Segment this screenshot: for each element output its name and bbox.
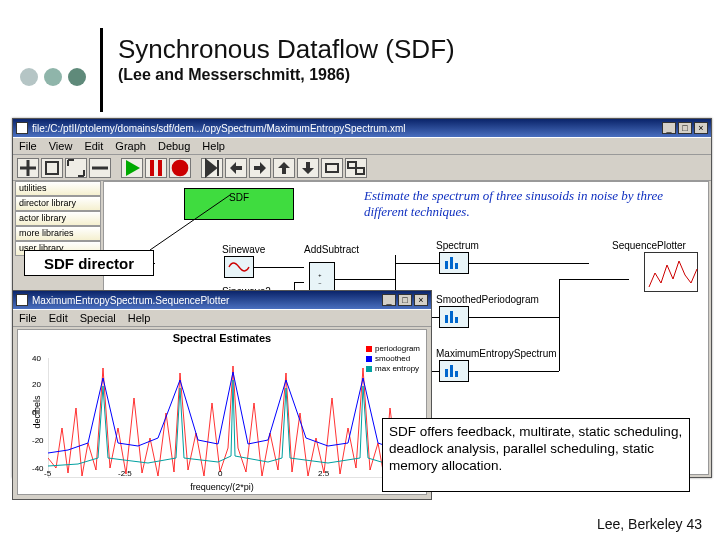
menu-view[interactable]: View (49, 140, 73, 152)
lib-item-actor[interactable]: actor library (15, 211, 101, 226)
svg-rect-9 (455, 263, 458, 269)
nav3-button[interactable] (273, 158, 295, 178)
stop-button[interactable] (169, 158, 191, 178)
callout-director-arrow (150, 190, 250, 260)
page-subtitle: (Lee and Messerschmitt, 1986) (118, 66, 350, 84)
toolbar (13, 155, 711, 181)
svg-rect-12 (455, 317, 458, 323)
nav2-button[interactable] (249, 158, 271, 178)
plot-svg (48, 358, 418, 478)
menu-help[interactable]: Help (202, 140, 225, 152)
menu-edit[interactable]: Edit (84, 140, 103, 152)
label-smoothed: SmoothedPeriodogram (436, 294, 539, 305)
nav5-button[interactable] (321, 158, 343, 178)
callout-director-text: SDF director (44, 255, 134, 272)
svg-rect-8 (450, 257, 453, 269)
nav6-button[interactable] (345, 158, 367, 178)
svg-rect-10 (445, 315, 448, 323)
plot-menu-help[interactable]: Help (128, 312, 151, 324)
svg-rect-4 (356, 168, 364, 174)
plot-menu-file[interactable]: File (19, 312, 37, 324)
plot-titlebar[interactable]: MaximumEntropySpectrum.SequencePlotter _… (13, 291, 431, 309)
menu-debug[interactable]: Debug (158, 140, 190, 152)
plot-title: Spectral Estimates (18, 332, 426, 344)
dot-1 (20, 68, 38, 86)
lib-item-utilities[interactable]: utilities (15, 181, 101, 196)
plotter-window: MaximumEntropySpectrum.SequencePlotter _… (12, 290, 432, 500)
pause-button[interactable] (145, 158, 167, 178)
callout-features-text: SDF offers feedback, multirate, static s… (389, 424, 682, 473)
label-spectrum: Spectrum (436, 240, 479, 251)
title-divider (100, 28, 103, 112)
maximize-button[interactable]: □ (678, 122, 692, 134)
slide-bullets (20, 68, 86, 86)
menu-graph[interactable]: Graph (115, 140, 146, 152)
window-titlebar[interactable]: file:/C:/ptII/ptolemy/domains/sdf/dem...… (13, 119, 711, 137)
svg-rect-11 (450, 311, 453, 323)
svg-rect-3 (348, 162, 356, 168)
block-smoothed[interactable] (439, 306, 469, 328)
block-spectrum[interactable] (439, 252, 469, 274)
nav1-button[interactable] (225, 158, 247, 178)
lib-item-more[interactable]: more libraries (15, 226, 101, 241)
block-sequence-plotter[interactable] (644, 252, 698, 292)
lib-item-director[interactable]: director library (15, 196, 101, 211)
svg-text:−: − (318, 280, 321, 286)
plot-menu-special[interactable]: Special (80, 312, 116, 324)
label-maxent: MaximumEntropySpectrum (436, 348, 557, 359)
svg-rect-15 (455, 371, 458, 377)
minimize-button[interactable]: _ (662, 122, 676, 134)
label-addsubtract: AddSubtract (304, 244, 359, 255)
zoom-out-button[interactable] (89, 158, 111, 178)
label-seqplot: SequencePlotter (612, 240, 686, 251)
plot-ylabel: decibels (32, 395, 42, 428)
plot-menubar: File Edit Special Help (13, 309, 431, 327)
plot-window-title: MaximumEntropySpectrum.SequencePlotter (32, 295, 229, 306)
zoom-reset-button[interactable] (41, 158, 63, 178)
dot-2 (44, 68, 62, 86)
page-title: Synchronous Dataflow (SDF) (118, 34, 455, 65)
callout-sdf-director: SDF director (24, 250, 154, 276)
svg-point-1 (172, 159, 189, 176)
plot-area: Spectral Estimates periodogram smoothed … (17, 329, 427, 495)
window-title-text: file:/C:/ptII/ptolemy/domains/sdf/dem...… (32, 123, 405, 134)
slide-footer: Lee, Berkeley 43 (597, 516, 702, 532)
svg-rect-2 (326, 164, 338, 172)
svg-line-16 (150, 195, 230, 250)
plot-window-icon (16, 294, 28, 306)
callout-features: SDF offers feedback, multirate, static s… (382, 418, 690, 492)
plot-maximize-button[interactable]: □ (398, 294, 412, 306)
svg-rect-0 (46, 162, 58, 174)
menubar: File View Edit Graph Debug Help (13, 137, 711, 155)
block-maxent[interactable] (439, 360, 469, 382)
dot-3 (68, 68, 86, 86)
plot-menu-edit[interactable]: Edit (49, 312, 68, 324)
window-icon (16, 122, 28, 134)
svg-rect-7 (445, 261, 448, 269)
plot-close-button[interactable]: × (414, 294, 428, 306)
menu-file[interactable]: File (19, 140, 37, 152)
nav4-button[interactable] (297, 158, 319, 178)
svg-text:+: + (318, 272, 321, 278)
zoom-in-button[interactable] (17, 158, 39, 178)
plot-minimize-button[interactable]: _ (382, 294, 396, 306)
library-list: utilities director library actor library… (15, 181, 101, 256)
close-button[interactable]: × (694, 122, 708, 134)
svg-rect-13 (445, 369, 448, 377)
step-button[interactable] (201, 158, 223, 178)
model-description: Estimate the spectrum of three sinusoids… (364, 188, 694, 220)
plot-xlabel: frequency/(2*pi) (18, 482, 426, 492)
zoom-fit-button[interactable] (65, 158, 87, 178)
run-button[interactable] (121, 158, 143, 178)
svg-rect-14 (450, 365, 453, 377)
